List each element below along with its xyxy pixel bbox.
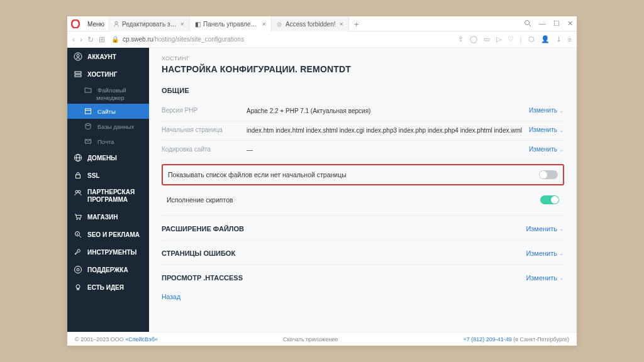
- wrench-icon: [74, 248, 82, 256]
- setting-row-charset: Кодировка сайта — Изменить⌄: [162, 141, 564, 160]
- cube-icon[interactable]: ⬡: [528, 35, 535, 43]
- setting-row-index: Начальная страница index.htm index.html …: [162, 121, 564, 141]
- svg-point-24: [77, 268, 79, 271]
- mail-icon: [84, 137, 92, 146]
- maximize-icon[interactable]: ☐: [553, 19, 560, 28]
- svg-rect-8: [86, 109, 91, 114]
- chevron-down-icon: ⌄: [559, 107, 564, 114]
- page-title: НАСТРОЙКА КОНФИГУРАЦИИ. REMONTDT: [162, 64, 564, 74]
- svg-point-16: [75, 190, 78, 193]
- svg-point-2: [525, 21, 530, 25]
- opera-logo-icon: [70, 18, 81, 30]
- svg-point-5: [77, 55, 79, 57]
- address-bar: ‹ › ↻ ⊞ 🔒 cp.sweb.ru/hosting/sites/site_…: [67, 31, 577, 48]
- setting-row-php: Версия PHP Apache 2.2 + PHP 7.1 (Актуаль…: [162, 102, 564, 121]
- sidebar-item-hosting[interactable]: ХОСТИНГ: [67, 65, 149, 83]
- change-button[interactable]: Изменить⌄: [529, 126, 564, 133]
- lock-icon: 🔒: [111, 36, 119, 43]
- account-icon: [74, 52, 82, 61]
- browser-tab[interactable]: ⊘ Access forbidden! ×: [272, 16, 349, 31]
- change-button[interactable]: Изменить⌄: [529, 146, 564, 153]
- back-link[interactable]: Назад: [162, 284, 180, 304]
- browser-menu-button[interactable]: Меню: [84, 21, 108, 28]
- collapse-htaccess[interactable]: ПРОСМОТР .HTACCESS Изменить⌄: [162, 265, 564, 284]
- section-common: ОБЩИЕ: [162, 87, 564, 94]
- sidebar-item-shop[interactable]: МАГАЗИН: [67, 208, 149, 226]
- sidebar-item-account[interactable]: АККАУНТ: [67, 48, 149, 65]
- partner-icon: [74, 189, 82, 197]
- toggle-row-scripts: Исполнение скриптов: [162, 189, 564, 211]
- phone-link[interactable]: +7 (812) 209-41-49: [464, 336, 512, 343]
- svg-text:$: $: [77, 233, 78, 236]
- svg-point-18: [77, 219, 78, 220]
- sidebar-item-seo[interactable]: $ SEO И РЕКЛАМА: [67, 226, 149, 243]
- sidebar-sub-sites[interactable]: Сайты: [67, 104, 149, 119]
- svg-line-3: [529, 25, 531, 26]
- share-icon[interactable]: ⇪: [458, 35, 464, 43]
- new-tab-button[interactable]: +: [349, 19, 364, 29]
- heart-icon[interactable]: ♡: [508, 35, 514, 43]
- svg-rect-7: [75, 75, 81, 77]
- back-icon[interactable]: ‹: [72, 35, 75, 44]
- sidebar-item-partner[interactable]: ПАРТНЕРСКАЯ ПРОГРАММА: [67, 184, 149, 208]
- url-input[interactable]: 🔒 cp.sweb.ru/hosting/sites/site_configur…: [111, 36, 452, 43]
- change-button[interactable]: Изменить⌄: [529, 107, 564, 114]
- sidebar-item-domains[interactable]: ДОМЕНЫ: [67, 149, 149, 167]
- footer: © 2001–2023 ООО «СпейсВэб» Скачать прило…: [67, 332, 577, 346]
- browser-titlebar: Меню Редактировать запись "Th × ◧ Панель…: [67, 16, 577, 31]
- sidebar-item-tools[interactable]: ИНСТРУМЕНТЫ: [67, 243, 149, 261]
- close-window-icon[interactable]: ✕: [567, 19, 573, 28]
- download-app-link[interactable]: Скачать приложение: [283, 336, 338, 343]
- toggle-scripts[interactable]: [540, 195, 559, 204]
- camera-icon[interactable]: ◯: [470, 35, 477, 43]
- globe-icon: [74, 153, 82, 162]
- sidebar-item-idea[interactable]: ЕСТЬ ИДЕЯ: [67, 278, 149, 296]
- sidebar-item-support[interactable]: ПОДДЕРЖКА: [67, 261, 149, 278]
- change-button[interactable]: Изменить⌄: [526, 274, 564, 282]
- sidebar-item-ssl[interactable]: SSL: [67, 167, 149, 184]
- more-icon[interactable]: ≡: [568, 36, 572, 43]
- browser-tab[interactable]: Редактировать запись "Th ×: [108, 16, 190, 31]
- support-icon: [74, 265, 82, 274]
- play-icon[interactable]: ▷: [496, 35, 501, 43]
- change-button[interactable]: Изменить⌄: [526, 225, 564, 233]
- sidebar: АККАУНТ ХОСТИНГ Файловый менеджер Сайты …: [67, 48, 149, 332]
- collapse-file-ext[interactable]: РАСШИРЕНИЕ ФАЙЛОВ Изменить⌄: [162, 216, 564, 235]
- reload-icon[interactable]: ↻: [87, 35, 94, 44]
- search-icon[interactable]: [524, 19, 531, 28]
- breadcrumb: ХОСТИНГ: [162, 55, 564, 62]
- chevron-down-icon: ⌄: [559, 226, 564, 232]
- profile-icon[interactable]: 👤: [541, 35, 550, 43]
- hosting-icon: [74, 70, 82, 79]
- forward-icon[interactable]: ›: [80, 35, 82, 44]
- cart-icon: [74, 212, 82, 221]
- seo-icon: $: [74, 230, 82, 239]
- company-link[interactable]: «СпейсВэб»: [125, 336, 158, 343]
- svg-point-25: [76, 285, 80, 288]
- svg-point-1: [115, 21, 118, 24]
- change-button[interactable]: Изменить⌄: [526, 250, 564, 257]
- download-icon[interactable]: ⤓: [556, 35, 562, 43]
- toggle-filelist[interactable]: [539, 170, 558, 179]
- speeddial-icon[interactable]: ⊞: [99, 35, 105, 44]
- svg-point-10: [86, 124, 91, 126]
- browser-tab[interactable]: ◧ Панель управления VH ×: [190, 16, 272, 31]
- chevron-down-icon: ⌄: [559, 275, 564, 281]
- collapse-error-pages[interactable]: СТРАНИЦЫ ОШИБОК Изменить⌄: [162, 240, 564, 260]
- sidebar-sub-databases[interactable]: Базы данных: [67, 119, 149, 134]
- database-icon: [84, 122, 92, 131]
- svg-point-17: [78, 190, 80, 193]
- close-icon[interactable]: ×: [180, 20, 184, 28]
- close-icon[interactable]: ×: [340, 20, 343, 28]
- close-icon[interactable]: ×: [262, 20, 266, 28]
- chevron-down-icon: ⌄: [559, 146, 564, 153]
- minimize-icon[interactable]: —: [539, 19, 546, 28]
- extension-icon[interactable]: ▭: [484, 35, 490, 43]
- chevron-down-icon: ⌄: [559, 250, 564, 256]
- folder-icon: [84, 85, 92, 94]
- sidebar-sub-mail[interactable]: Почта: [67, 134, 149, 149]
- svg-point-19: [79, 219, 80, 220]
- sidebar-sub-filemanager[interactable]: Файловый менеджер: [67, 83, 149, 104]
- sites-icon: [84, 107, 92, 116]
- chevron-down-icon: ⌄: [559, 127, 564, 133]
